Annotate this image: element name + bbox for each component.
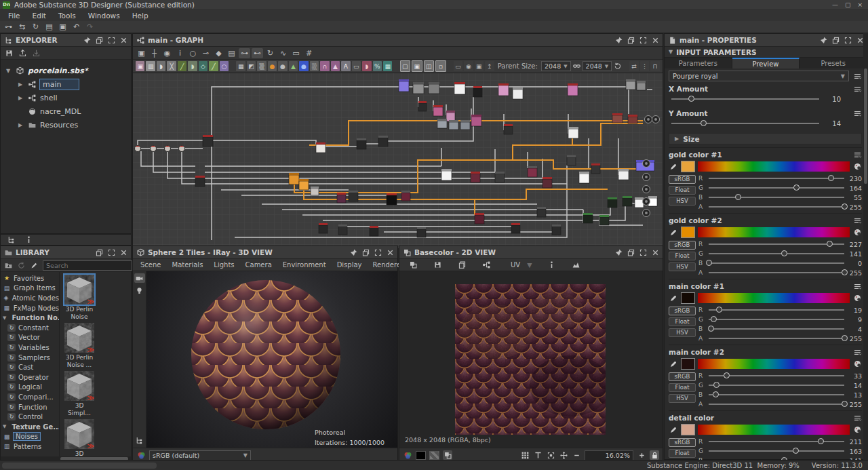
graph-node[interactable] [449, 120, 458, 130]
graph-node[interactable] [319, 223, 328, 233]
node-palette-icon[interactable]: ▣ [136, 61, 144, 71]
slider-handle[interactable] [724, 372, 730, 378]
color-picker-icon[interactable] [852, 161, 862, 171]
graph-node[interactable] [337, 193, 346, 203]
view2d-viewport[interactable]: 2048 x 2048 (RGBA, 8bpc) [399, 271, 663, 448]
view3d-menu-lights[interactable]: Lights [209, 261, 239, 269]
graph-node[interactable] [568, 127, 578, 138]
graph-node[interactable] [441, 169, 452, 180]
input-parameters-section[interactable]: ▼ INPUT PARAMETERS [665, 47, 867, 58]
library-category-atomic-nodes[interactable]: ◈Atomic Nodes [1, 293, 59, 303]
slider-track[interactable] [709, 187, 844, 189]
graph-node[interactable] [338, 224, 347, 235]
graph-node[interactable] [399, 79, 409, 92]
slider-track[interactable] [709, 319, 844, 320]
image-mode-icon[interactable] [443, 450, 452, 460]
mode-button-float[interactable]: Float [669, 252, 696, 260]
graph-node[interactable] [433, 105, 443, 116]
color-picker-icon[interactable] [852, 359, 862, 368]
new-folder-icon[interactable] [4, 260, 13, 270]
slider-track[interactable] [671, 98, 819, 100]
graph-canvas[interactable] [133, 73, 663, 248]
histogram-icon[interactable] [567, 260, 586, 270]
graph-node[interactable] [475, 213, 484, 224]
slider-track[interactable] [709, 385, 844, 386]
graph-node[interactable] [370, 226, 378, 236]
eyedropper-icon[interactable] [669, 359, 678, 368]
library-category-vector[interactable]: ↻Vector [1, 333, 59, 343]
slider-handle[interactable] [735, 194, 741, 200]
library-category-control[interactable]: ↻Control [1, 412, 59, 422]
graph-node[interactable] [511, 223, 520, 233]
view3d-viewport[interactable]: Photoreal Iterations: 1000/1000Time: 4s/… [133, 271, 397, 448]
slider-handle[interactable] [713, 382, 719, 388]
edit-icon[interactable] [30, 260, 39, 270]
graph-tool-icon[interactable]: ┼ [149, 48, 160, 58]
save-icon[interactable] [428, 260, 447, 270]
mode-button-float[interactable]: Float [669, 186, 696, 195]
graph-node[interactable] [289, 173, 299, 184]
graph-tool-icon[interactable]: ◆ [213, 48, 224, 58]
revert-icon[interactable] [613, 62, 622, 71]
maximize-icon[interactable] [106, 248, 116, 257]
slider-handle[interactable] [818, 438, 824, 444]
hue-gradient-bar[interactable] [698, 227, 850, 237]
window-control-button[interactable]: — [832, 1, 838, 8]
view2d-header[interactable]: Basecolor - 2D VIEW [399, 246, 663, 259]
graph-node[interactable] [473, 86, 482, 97]
parameter-menu-icon[interactable] [852, 109, 862, 118]
graph-node[interactable] [454, 82, 465, 94]
color-profile-icon[interactable] [403, 450, 412, 460]
tree-item-resources[interactable]: ▶Resources [1, 118, 131, 132]
slider-track[interactable] [709, 206, 844, 208]
parent-size-height-select[interactable]: 2048▼ [583, 61, 612, 71]
slider-handle[interactable] [708, 326, 714, 332]
properties-scrollbar[interactable] [863, 33, 868, 460]
node-palette-icon[interactable]: ▒ [257, 61, 266, 71]
resources-icon[interactable]: ↻ [30, 22, 41, 32]
library-category-patterns[interactable]: ▥Patterns [1, 442, 59, 452]
node-palette-icon[interactable]: ◫ [424, 60, 434, 72]
hue-gradient-bar[interactable] [698, 161, 850, 172]
mode-button-srgb[interactable]: sRGB [669, 175, 696, 184]
graph-node[interactable] [429, 82, 439, 94]
node-palette-icon[interactable]: ▭ [454, 61, 462, 71]
window-control-button[interactable]: × [857, 1, 863, 8]
mode-button-float[interactable]: Float [669, 317, 696, 326]
save-icon[interactable] [4, 48, 14, 58]
node-palette-icon[interactable]: ▲ [289, 61, 298, 71]
library-header[interactable]: LIBRARY [1, 246, 131, 259]
view3d-menu-environment[interactable]: Environment [278, 261, 331, 269]
slider-track[interactable] [709, 262, 844, 264]
graph-input-node[interactable] [135, 146, 141, 152]
slider-track[interactable] [709, 338, 844, 339]
graph-header[interactable]: main - GRAPH [133, 34, 663, 47]
float-icon[interactable] [626, 248, 635, 257]
menu-edit[interactable]: Edit [27, 12, 52, 20]
maximize-icon[interactable] [843, 35, 852, 45]
parameter-menu-icon[interactable] [852, 216, 862, 225]
lock-icon[interactable] [650, 450, 659, 460]
maximize-icon[interactable] [106, 35, 116, 45]
undo-icon[interactable]: ↶ [71, 22, 82, 32]
slider-handle[interactable] [842, 401, 848, 407]
colorspace-select[interactable]: sRGB (default)▼ [149, 450, 251, 461]
redo-icon[interactable]: ↷ [84, 22, 96, 32]
camera-icon[interactable] [134, 273, 145, 283]
tiling-grid-icon[interactable] [520, 450, 530, 460]
graph-tool-icon[interactable]: ▭ [290, 48, 302, 58]
graph-input-node[interactable] [179, 146, 185, 152]
float-icon[interactable] [94, 248, 104, 257]
library-category-variables[interactable]: ↻Variables [1, 342, 59, 353]
library-category-graph-items[interactable]: ▤Graph Items [1, 283, 59, 294]
mode-button-srgb[interactable]: sRGB [669, 307, 696, 315]
float-icon[interactable] [626, 35, 635, 45]
slider-track[interactable] [709, 441, 844, 442]
menu-file[interactable]: File [3, 12, 26, 20]
view3d-menu-scene[interactable]: Scene [136, 261, 166, 269]
node-palette-icon[interactable]: ╱ [178, 61, 186, 71]
library-category-constant[interactable]: ↻Constant [1, 323, 59, 333]
color-swatch[interactable] [681, 161, 695, 172]
checker-swatch[interactable] [429, 451, 439, 460]
library-category-samplers[interactable]: ↻Samplers [1, 353, 59, 363]
